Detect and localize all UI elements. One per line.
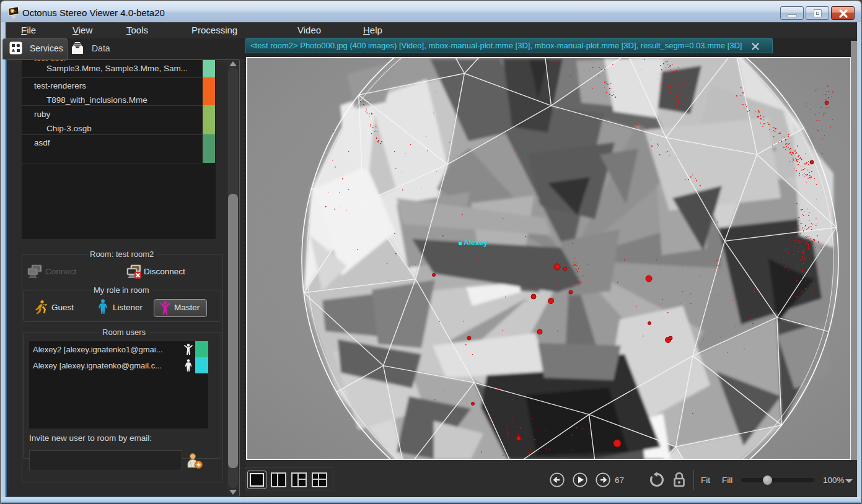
svg-text:Alexey: Alexey [464, 238, 488, 247]
